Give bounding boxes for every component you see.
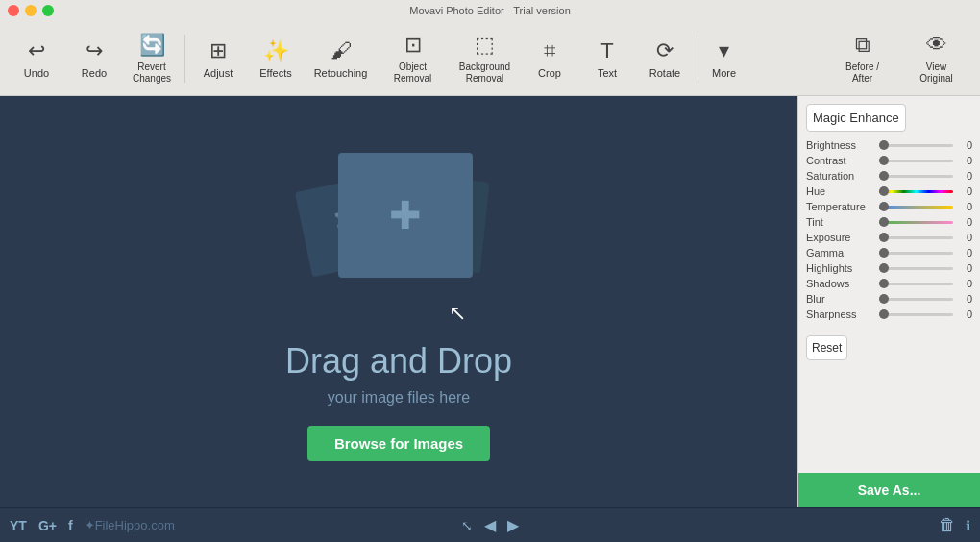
slider-track-2[interactable] <box>879 175 953 178</box>
slider-label-4: Temperature <box>806 201 875 212</box>
browse-button[interactable]: Browse for Images <box>307 426 490 461</box>
crop-icon: ⌗ <box>544 38 555 63</box>
slider-row-blur: Blur0 <box>806 293 972 305</box>
undo-button[interactable]: ↩ Undo <box>8 25 65 92</box>
slider-track-0[interactable] <box>879 144 953 147</box>
slider-row-shadows: Shadows0 <box>806 278 972 289</box>
info-button[interactable]: ℹ <box>966 518 970 533</box>
slider-track-8[interactable] <box>879 267 953 270</box>
drag-drop-title: Drag and Drop <box>285 341 512 382</box>
slider-value-4: 0 <box>957 201 972 212</box>
slider-row-tint: Tint0 <box>806 216 972 228</box>
slider-thumb-0[interactable] <box>879 140 889 150</box>
slider-track-9[interactable] <box>879 283 953 285</box>
slider-label-5: Tint <box>806 216 875 228</box>
revert-label: RevertChanges <box>133 62 171 85</box>
slider-thumb-2[interactable] <box>879 171 889 181</box>
bottom-bar: YT G+ f ✦FileHippo.com ⤡ ◀ ▶ 🗑 ℹ <box>0 507 980 542</box>
background-removal-button[interactable]: ⬚ BackgroundRemoval <box>449 25 521 92</box>
youtube-icon[interactable]: YT <box>10 518 27 533</box>
minimize-button[interactable] <box>25 5 37 16</box>
slider-track-4[interactable] <box>879 206 953 209</box>
slider-thumb-3[interactable] <box>879 186 889 196</box>
slider-thumb-7[interactable] <box>879 248 889 258</box>
retouching-label: Retouching <box>314 67 368 79</box>
background-removal-icon: ⬚ <box>475 33 495 58</box>
retouching-icon: 🖌 <box>331 38 352 63</box>
slider-track-3[interactable] <box>879 190 953 193</box>
prev-image-button[interactable]: ◀ <box>484 516 496 534</box>
revert-icon: 🔄 <box>139 33 165 58</box>
magic-enhance-button[interactable]: Magic Enhance <box>806 104 906 132</box>
text-button[interactable]: T Text <box>578 25 636 92</box>
slider-track-6[interactable] <box>879 236 953 239</box>
main-area: 🖼 🖼 ✚ ↖ Drag and Drop your image files h… <box>0 96 980 507</box>
googleplus-icon[interactable]: G+ <box>38 518 57 533</box>
slider-row-brightness: Brightness0 <box>806 139 972 151</box>
save-as-button[interactable]: Save As... <box>798 473 980 507</box>
slider-track-1[interactable] <box>879 160 953 162</box>
effects-label: Effects <box>259 67 291 79</box>
more-label: More <box>712 67 736 79</box>
slider-label-8: Highlights <box>806 262 875 274</box>
slider-label-1: Contrast <box>806 155 875 166</box>
slider-track-10[interactable] <box>879 298 953 301</box>
slider-row-highlights: Highlights0 <box>806 262 972 274</box>
slider-row-hue: Hue0 <box>806 185 972 197</box>
bottom-navigation: ⤡ ◀ ▶ <box>461 516 519 534</box>
more-button[interactable]: ▾ More <box>702 25 746 92</box>
facebook-icon[interactable]: f <box>68 518 73 533</box>
retouching-button[interactable]: 🖌 Retouching <box>305 25 377 92</box>
crop-button[interactable]: ⌗ Crop <box>521 25 578 92</box>
slider-thumb-9[interactable] <box>879 279 889 288</box>
slider-track-11[interactable] <box>879 313 953 316</box>
reset-button[interactable]: Reset <box>806 335 847 360</box>
rotate-label: Rotate <box>649 67 680 79</box>
fit-screen-icon[interactable]: ⤡ <box>461 518 473 533</box>
slider-thumb-4[interactable] <box>879 202 889 211</box>
before-after-button[interactable]: ⧉ Before /After <box>826 25 898 92</box>
slider-row-saturation: Saturation0 <box>806 170 972 182</box>
view-original-button[interactable]: 👁 ViewOriginal <box>900 25 972 92</box>
slider-value-2: 0 <box>957 170 972 182</box>
slider-row-sharpness: Sharpness0 <box>806 308 972 320</box>
slider-track-5[interactable] <box>879 221 953 224</box>
window-controls[interactable] <box>8 5 54 16</box>
watermark-text: ✦FileHippo.com <box>85 518 175 532</box>
object-removal-button[interactable]: ⊡ ObjectRemoval <box>377 25 449 92</box>
slider-thumb-10[interactable] <box>879 294 889 304</box>
slider-track-7[interactable] <box>879 252 953 255</box>
undo-label: Undo <box>24 67 49 79</box>
slider-value-0: 0 <box>957 139 972 151</box>
adjust-button[interactable]: ⊞ Adjust <box>189 25 247 92</box>
panel-scroll: Magic Enhance Brightness0Contrast0Satura… <box>798 96 980 473</box>
slider-value-1: 0 <box>957 155 972 166</box>
adjust-icon: ⊞ <box>209 38 227 63</box>
close-button[interactable] <box>8 5 19 16</box>
toolbar-edit-group: ⊞ Adjust ✨ Effects 🖌 Retouching ⊡ Object… <box>189 25 694 92</box>
title-bar: Movavi Photo Editor - Trial version <box>0 0 980 21</box>
slider-value-9: 0 <box>957 278 972 289</box>
delete-button[interactable]: 🗑 <box>939 515 956 535</box>
slider-thumb-11[interactable] <box>879 309 889 319</box>
slider-thumb-6[interactable] <box>879 233 889 242</box>
view-original-label: ViewOriginal <box>919 62 952 85</box>
toolbar: ↩ Undo ↪ Redo 🔄 RevertChanges ⊞ Adjust ✨… <box>0 21 980 96</box>
cursor-icon: ↖ <box>449 301 466 326</box>
add-image-icon: ✚ <box>389 193 422 237</box>
slider-thumb-8[interactable] <box>879 263 889 273</box>
next-image-button[interactable]: ▶ <box>507 516 519 534</box>
slider-thumb-1[interactable] <box>879 156 889 165</box>
crop-label: Crop <box>538 67 561 79</box>
revert-button[interactable]: 🔄 RevertChanges <box>123 25 181 92</box>
rotate-button[interactable]: ⟳ Rotate <box>636 25 694 92</box>
redo-button[interactable]: ↪ Redo <box>65 25 123 92</box>
maximize-button[interactable] <box>42 5 54 16</box>
effects-button[interactable]: ✨ Effects <box>247 25 305 92</box>
slider-row-exposure: Exposure0 <box>806 232 972 243</box>
window-title: Movavi Photo Editor - Trial version <box>409 5 571 16</box>
redo-icon: ↪ <box>86 38 103 63</box>
drop-zone[interactable]: 🖼 🖼 ✚ ↖ Drag and Drop your image files h… <box>285 143 512 461</box>
slider-label-6: Exposure <box>806 232 875 243</box>
slider-thumb-5[interactable] <box>879 217 889 227</box>
